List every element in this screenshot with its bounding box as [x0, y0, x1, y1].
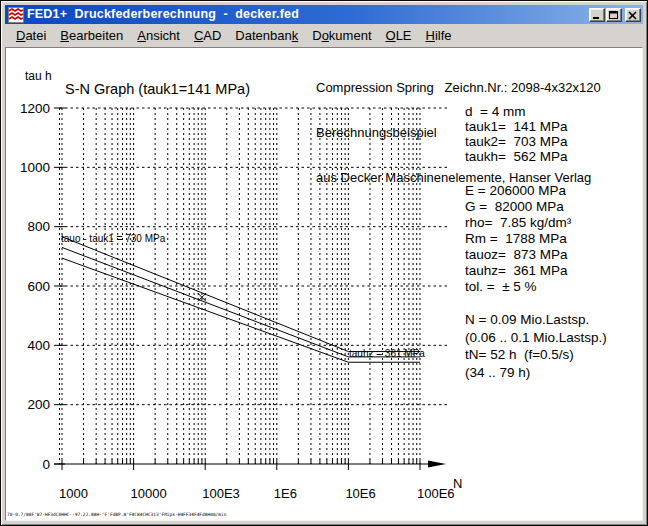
- menu-item-ole[interactable]: OLE: [379, 25, 419, 47]
- window-title: FED1+ Druckfederberechnung - decker.fed: [27, 5, 589, 24]
- menu-item-cad[interactable]: CAD: [187, 25, 228, 47]
- param-line: rho= 7.85 kg/dm³: [465, 215, 607, 231]
- app-icon: [8, 7, 24, 23]
- param-line: d = 4 mm: [465, 104, 607, 119]
- param-block-2: E = 206000 MPaG = 82000 MParho= 7.85 kg/…: [465, 183, 607, 295]
- param-line: (34 .. 79 h): [465, 364, 607, 382]
- menu-item-hilfe[interactable]: Hilfe: [419, 25, 459, 47]
- param-line: G = 82000 MPa: [465, 199, 607, 215]
- title-bar[interactable]: FED1+ Druckfederberechnung - decker.fed: [5, 5, 643, 24]
- app-window: FED1+ Druckfederberechnung - decker.fed: [0, 0, 648, 526]
- header-line-1: Compression Spring Zeichn.Nr.: 2098-4x32…: [316, 80, 601, 95]
- menu-item-bearbeiten[interactable]: Bearbeiten: [53, 25, 130, 47]
- param-line: tol. = ± 5 %: [465, 279, 607, 295]
- minimize-icon: [592, 11, 602, 19]
- close-icon: [628, 11, 638, 20]
- param-line: Rm = 1788 MPa: [465, 231, 607, 247]
- param-line: N = 0.09 Mio.Lastsp.: [465, 311, 607, 329]
- param-line: tN= 52 h (f=0.5/s): [465, 346, 607, 364]
- param-line: tauhz= 361 MPa: [465, 263, 607, 279]
- param-line: tauoz= 873 MPa: [465, 247, 607, 263]
- menu-item-dokument[interactable]: Dokument: [305, 25, 378, 47]
- param-block-1: d = 4 mmtauk1= 141 MPatauk2= 703 MPatauk…: [465, 104, 607, 164]
- maximize-button[interactable]: [606, 8, 622, 22]
- param-line: E = 206000 MPa: [465, 183, 607, 199]
- menu-item-datei[interactable]: Datei: [9, 25, 53, 47]
- param-line: tauk1= 141 MPa: [465, 119, 607, 134]
- status-text: 70-0.7/88F'87-HF3dC0HHC--97:2J.88H-'F'Fd…: [7, 512, 447, 519]
- param-line: taukh= 562 MPa: [465, 149, 607, 164]
- param-line: tauk2= 703 MPa: [465, 134, 607, 149]
- minimize-button[interactable]: [589, 8, 605, 22]
- close-button[interactable]: [625, 8, 641, 22]
- menu-item-ansicht[interactable]: Ansicht: [130, 25, 187, 47]
- maximize-icon: [609, 11, 619, 20]
- menu-item-datenbank[interactable]: Datenbank: [228, 25, 305, 47]
- param-block-3: N = 0.09 Mio.Lastsp.(0.06 .. 0.1 Mio.Las…: [465, 311, 607, 381]
- menu-bar: DateiBearbeitenAnsichtCADDatenbankDokume…: [5, 24, 643, 47]
- param-line: (0.06 .. 0.1 Mio.Lastsp.): [465, 329, 607, 347]
- spring-parameters: d = 4 mmtauk1= 141 MPatauk2= 703 MPatauk…: [465, 104, 607, 381]
